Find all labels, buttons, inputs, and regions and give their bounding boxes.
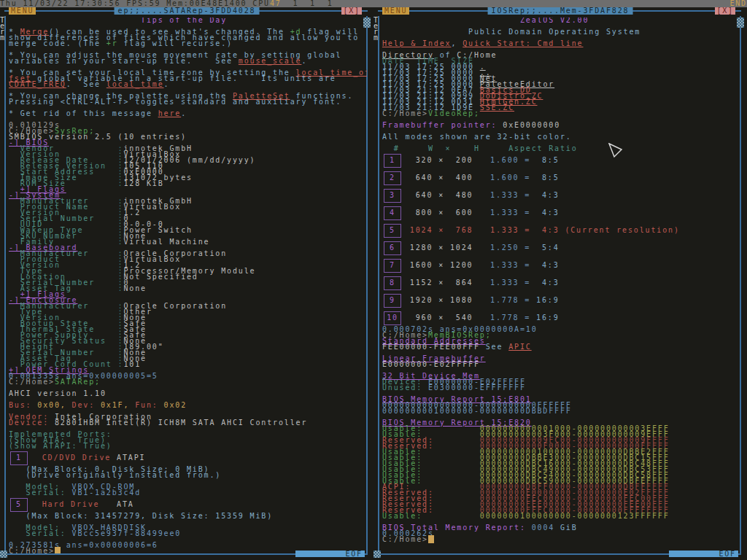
text-segment: variables in your start-up file. See (9, 57, 239, 65)
text-segment: 800 × 600 (404, 210, 490, 216)
text-segment: Framebuffer pointer: (382, 121, 497, 129)
terminal-line: Unused: E0300000-EFFFFFFF (382, 385, 740, 391)
text-segment: 0000000100000000-0000000123FFFFFF (480, 512, 670, 520)
terminal-line: (Show ATAPI: True) (9, 443, 367, 449)
terminal-line: 0.273581s ans=0x00000006=6 (9, 542, 367, 548)
terminal-line: Serial: VB1-1a2b3c4d (9, 490, 367, 496)
text-segment: 0xE0000000 (497, 121, 560, 129)
close-button[interactable]: [X] (341, 7, 362, 15)
text-segment: 320 × 200 (404, 158, 490, 163)
text-segment: 1.778 = (490, 315, 530, 321)
text-segment: 4:3 (530, 192, 559, 198)
terminal-line: Serial: VBcc5e937f-88499ee0 (9, 531, 367, 537)
item-number-box: 8 (384, 276, 401, 290)
link[interactable]: here (158, 109, 181, 117)
resize-corner[interactable] (374, 551, 381, 558)
terminal-line: FEE00000-FEE00FFF See APIC (382, 344, 740, 350)
link[interactable]: APIC (508, 343, 531, 351)
text-segment: Serial: (9, 529, 72, 537)
terminal-line: E0000000-E02FFFFF (382, 362, 740, 368)
text-segment: 16:9 (530, 298, 559, 303)
text-segment: 8:5 (530, 158, 559, 163)
terminal-line: Tips of the Day (9, 18, 367, 23)
link[interactable]: mouse_scale (239, 57, 302, 65)
link[interactable]: local_time (107, 80, 164, 88)
text-segment: Dev: (66, 401, 95, 409)
item-number-box: 7 (384, 259, 401, 273)
text-segment: Serial: (9, 489, 72, 497)
terminal-row-boxed: 2 640 × 400 1.600 = 8:5 (382, 169, 740, 187)
text-segment: (Drive originally installed from.) (9, 471, 221, 479)
resize-corner[interactable] (0, 551, 7, 558)
horizontal-scrollbar-thumb[interactable]: EOF (669, 551, 738, 557)
text-segment: All modes shown are 32-bit color. (382, 133, 572, 141)
horizontal-scrollbar-thumb[interactable]: EOF (295, 551, 365, 557)
link[interactable]: CDATE_FREQ (9, 80, 66, 88)
terminal-row-boxed: 9 1920 × 1080 1.778 = 16:9 (382, 292, 740, 309)
text-segment: 1.600 = (490, 175, 530, 181)
text-segment: 4:3 (530, 262, 559, 268)
text-segment: 82801HBM Intel(R) ICH8M SATA AHCI Contro… (49, 419, 307, 427)
text-segment: VB1-1a2b3c4d (72, 489, 141, 497)
text-segment: . (164, 80, 170, 88)
text-segment: (Max Block: 31457279, Disk Size: 15359 M… (9, 512, 273, 520)
terminal-line: Framebuffer pointer: 0xE0000000 (382, 122, 740, 128)
zealos-screen: Thu 11/03/22 17:30:56 FPS:59 Mem:00E48E1… (0, 0, 747, 560)
terminal-row-boxed: 1 320 × 200 1.600 = 8:5 (382, 152, 740, 169)
text-segment: Unused: (382, 384, 428, 392)
text-segment: 4:3 (530, 210, 559, 216)
menu-button[interactable]: MENU (9, 7, 36, 15)
terminal-line: Public Domain Operating System (382, 29, 740, 35)
text-cursor (428, 535, 434, 543)
link[interactable]: Quick Start: Cmd line (462, 39, 583, 47)
link[interactable]: Help & Index (382, 39, 451, 47)
window-title[interactable]: ep;;....SATARep-3FDD4028 (115, 7, 260, 15)
text-segment: 1.333 = (490, 262, 530, 268)
text-segment: Not Specified (123, 273, 198, 281)
text-segment: AHCI version 1.10 (9, 389, 107, 397)
terminal-line: BIOS Total Memory Report: 0004 GiB (382, 525, 740, 531)
terminal-line: # W × H Aspect Ratio (382, 146, 740, 152)
text-segment: 128 KiB (123, 179, 163, 187)
text-segment: C:/Home> (9, 547, 55, 553)
item-number-box: 9 (384, 294, 401, 308)
text-segment: # W × H Aspect Ratio (382, 144, 578, 152)
text-segment: 0000000001000000-00000000DBBDFFFF (382, 407, 572, 415)
terminal-line: Device: 82801HBM Intel(R) ICH8M SATA AHC… (9, 420, 367, 426)
text-segment: flag will recurse.) (118, 39, 233, 47)
menu-button[interactable]: MENU (382, 7, 409, 15)
terminal-line: Bus: 0x00, Dev: 0x1F, Fun: 0x02 (9, 402, 367, 408)
text-segment: Fun: (129, 401, 158, 409)
terminal-line (9, 117, 367, 122)
titlebar[interactable]: MENU IOSRep;;....Mem-3FDAF828 [X] (374, 7, 747, 16)
terminal-row-boxed: 5 747 × 560 1.333 = 4:3 (Current resolu… (382, 222, 740, 239)
text-segment: 0004 (526, 524, 554, 532)
text-segment: C:/Home> (382, 109, 428, 117)
text-segment: See (480, 343, 508, 351)
terminal-line: variables in your start-up file. See mou… (9, 58, 367, 64)
item-number-box: 4 (384, 206, 401, 220)
text-segment: None (123, 284, 146, 292)
terminal-line: C:/Home> (382, 537, 740, 542)
terminal-line: Pressing <CTRL-ALT-f> toggles standard a… (9, 99, 367, 105)
text-segment: C:/Home> (9, 378, 55, 386)
titlebar[interactable]: MENU ep;;....SATARep-3FDD4028 [X] (0, 7, 374, 16)
item-number-box: 5 (10, 498, 28, 512)
text-segment: Hard Drive (31, 502, 117, 508)
text-segment: 0x1F, (95, 401, 129, 409)
terminal-row-boxed: 10 960 × 540 1.778 = 16:9 (382, 309, 740, 327)
item-number-box: 10 (384, 311, 401, 325)
text-segment: 16:9 (530, 315, 559, 321)
text-segment: 1.778 = (490, 298, 530, 303)
window-title[interactable]: IOSRep;;....Mem-3FDAF828 (488, 7, 633, 15)
close-button[interactable]: [X] (715, 7, 735, 15)
text-segment: 747 × 560 (404, 228, 490, 233)
terminal-line: SMBIOS version 2.5 (10 entries) (9, 134, 367, 140)
text-segment: . (301, 57, 307, 65)
text-segment: 1.250 = (490, 245, 530, 251)
text-segment: 1920 × 1080 (404, 298, 490, 303)
terminal-line: (Drive originally installed from.) (9, 472, 367, 478)
terminal-line: 0000000001000000-00000000DBBDFFFF (382, 408, 740, 414)
text-segment: E0300000-EFFFFFFF (428, 384, 526, 392)
link[interactable]: SSE.ZC (480, 104, 514, 112)
